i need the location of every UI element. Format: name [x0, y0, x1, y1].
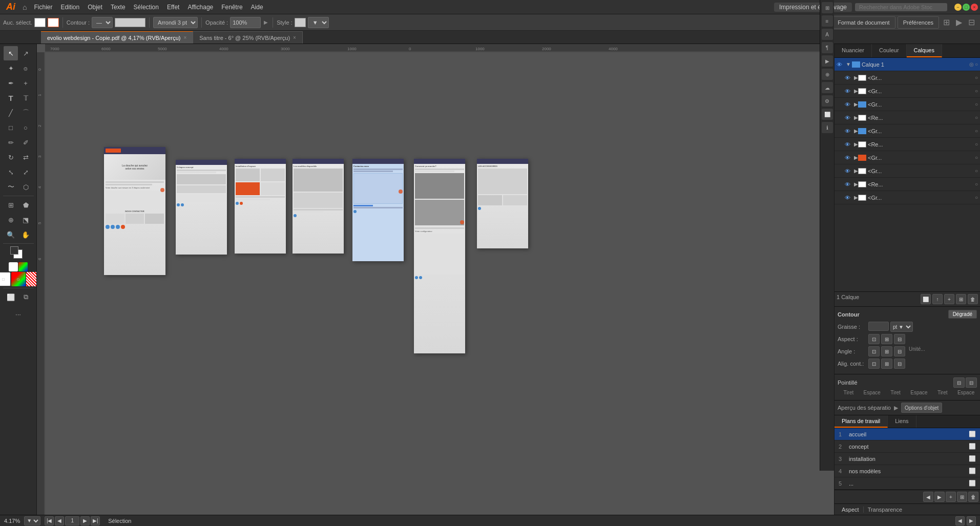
line-tool[interactable]: ╱: [4, 106, 18, 120]
angle-btn-3[interactable]: ⊟: [894, 346, 905, 356]
layer-re2[interactable]: 👁 ▶ <Re... ○: [835, 138, 980, 151]
alig-btn-3[interactable]: ⊟: [894, 359, 905, 369]
swap-colors[interactable]: [18, 262, 28, 271]
free-transform-tool[interactable]: ⊞: [4, 198, 18, 212]
paintbrush-tool[interactable]: ✏: [4, 135, 18, 150]
canvas-area[interactable]: 7000 6000 5000 4000 3000 1000 0 1000 200…: [37, 44, 834, 515]
home-icon[interactable]: ⌂: [19, 3, 30, 11]
artboard-tool[interactable]: ⬜: [4, 290, 18, 304]
menu-texte[interactable]: Texte: [107, 4, 130, 11]
hand-tool[interactable]: ✋: [18, 227, 33, 242]
tab-plans-travail[interactable]: Plans de travail: [835, 415, 888, 428]
canvas-content[interactable]: La douche qui avoulezselon vos envies Vo…: [45, 52, 834, 515]
layer-merge-btn[interactable]: ⊞: [956, 294, 966, 304]
plans-copy-btn[interactable]: ⊞: [957, 492, 967, 502]
pointille-btn-1[interactable]: ⊟: [953, 377, 965, 388]
angle-btn-2[interactable]: ⊞: [881, 346, 892, 356]
plans-row-3[interactable]: 3 installation ⬜: [835, 453, 980, 465]
artboard-6[interactable]: Comment ça marche? Votre configurateur: [414, 159, 465, 353]
plans-prev-btn[interactable]: ◀: [923, 492, 933, 502]
options-objet-button[interactable]: Options d'objet: [901, 403, 942, 413]
artboard-3[interactable]: Installation d'espace: [235, 159, 286, 254]
aspect-btn-2[interactable]: ⊞: [881, 334, 892, 344]
plans-row-1[interactable]: 1 accueil ⬜: [835, 428, 980, 440]
layer-eye-icon[interactable]: 👁: [837, 61, 846, 68]
slice-tool[interactable]: ⧉: [18, 290, 33, 304]
lasso-tool[interactable]: ⌾: [18, 61, 33, 75]
zoom-tool[interactable]: 🔍: [4, 227, 18, 242]
stroke-swatch[interactable]: [10, 246, 18, 255]
contour-select[interactable]: —: [92, 17, 113, 28]
live-paint-tool[interactable]: ⬔: [18, 213, 33, 227]
artboard-4[interactable]: Les modèles disponible: [293, 159, 344, 254]
menu-selection[interactable]: Sélection: [130, 4, 163, 11]
plans-delete-btn[interactable]: 🗑: [968, 492, 978, 502]
tab-nuancier[interactable]: Nuancier: [835, 44, 872, 57]
page-number-input[interactable]: [65, 516, 79, 525]
graisse-input[interactable]: [868, 322, 889, 331]
alig-btn-1[interactable]: ⊡: [868, 359, 880, 369]
magic-wand-tool[interactable]: ✦: [4, 61, 18, 75]
aspect-tab[interactable]: Aspect: [838, 507, 864, 513]
arrondi-select[interactable]: Arrondi 3 pt: [153, 17, 198, 28]
layer-export-btn[interactable]: ↑: [932, 294, 943, 304]
plans-add-btn[interactable]: +: [946, 492, 956, 502]
last-page-btn[interactable]: ▶|: [91, 516, 100, 525]
scale-tool[interactable]: ⤡: [4, 165, 18, 179]
transparence-tab[interactable]: Transparence: [864, 507, 906, 513]
layer-re3[interactable]: 👁 ▶ <Re... ○: [835, 178, 980, 191]
warp-tool[interactable]: 〜: [4, 180, 18, 194]
default-colors[interactable]: [9, 262, 18, 271]
style-color[interactable]: [295, 18, 306, 27]
aspect-btn-3[interactable]: ⊟: [894, 334, 905, 344]
search-input[interactable]: [855, 3, 947, 11]
pointille-btn-2[interactable]: ⊟: [966, 377, 977, 388]
layer-add-page-btn[interactable]: ⬜: [921, 294, 931, 304]
layer-gr3[interactable]: 👁 ▶ <Gr... ○: [835, 98, 980, 111]
area-type-tool[interactable]: 𝕋: [18, 91, 33, 105]
maximize-btn[interactable]: □: [963, 4, 970, 11]
contour-color[interactable]: [115, 18, 145, 27]
prev-page-btn[interactable]: ◀: [55, 516, 64, 525]
rectangle-tool[interactable]: □: [4, 120, 18, 135]
layer-visibility-toggle[interactable]: ○: [975, 61, 978, 67]
status-btn-2[interactable]: ▶: [967, 516, 976, 525]
none-btn[interactable]: [26, 272, 37, 286]
close-btn[interactable]: ×: [971, 4, 978, 11]
tab-1[interactable]: Sans titre - 6° @ 25% (RVB/Aperçu) ×: [193, 31, 303, 44]
menu-objet[interactable]: Objet: [84, 4, 107, 11]
layer-calque1[interactable]: 👁 ▼ Calque 1 ◎ ○: [835, 58, 980, 71]
layer-new-btn[interactable]: +: [944, 294, 954, 304]
more-tools[interactable]: ···: [11, 307, 26, 321]
degrade-tab[interactable]: Dégradé: [948, 310, 977, 319]
minimize-btn[interactable]: −: [954, 4, 962, 11]
shape-builder-tool[interactable]: ⊕: [4, 213, 18, 227]
fill-color[interactable]: [34, 18, 46, 27]
first-page-btn[interactable]: |◀: [45, 516, 54, 525]
layer-delete-btn[interactable]: 🗑: [968, 294, 978, 304]
layer-gr4[interactable]: 👁 ▶ <Gr... ○: [835, 124, 980, 138]
pen-tool[interactable]: ✒: [4, 76, 18, 90]
plans-row-5[interactable]: 5 ... ⬜: [835, 477, 980, 490]
tab-calques[interactable]: Calques: [907, 44, 942, 57]
layer-re1[interactable]: 👁 ▶ <Re... ○: [835, 111, 980, 124]
next-page-btn[interactable]: ▶: [80, 516, 90, 525]
menu-affichage[interactable]: Affichage: [183, 4, 217, 11]
tab-0-close[interactable]: ×: [183, 35, 186, 40]
tab-liens[interactable]: Liens: [888, 415, 916, 428]
selection-tool[interactable]: ↖: [4, 46, 18, 60]
menu-fenetre[interactable]: Fenêtre: [217, 4, 246, 11]
opacity-input[interactable]: [230, 17, 261, 28]
tab-0[interactable]: evolio webdesign - Copie.pdf @ 4,17% (RV…: [41, 31, 193, 44]
layer-gr7[interactable]: 👁 ▶ <Gr... ○: [835, 191, 980, 204]
menu-edition[interactable]: Edition: [56, 4, 84, 11]
menu-aide[interactable]: Aide: [247, 4, 267, 11]
layer-gr1[interactable]: 👁 ▶ <Gr... ○: [835, 71, 980, 85]
shear-tool[interactable]: ⤢: [18, 165, 33, 179]
layer-gr5[interactable]: 👁 ▶ <Gr... ○: [835, 151, 980, 164]
artboard-7[interactable]: LES ACCESSOIRES: [477, 159, 528, 248]
format-document-button[interactable]: Format de document: [832, 16, 895, 29]
tab-couleur[interactable]: Couleur: [872, 44, 907, 57]
plans-row-2[interactable]: 2 concept ⬜: [835, 440, 980, 453]
type-tool[interactable]: T: [4, 91, 18, 105]
